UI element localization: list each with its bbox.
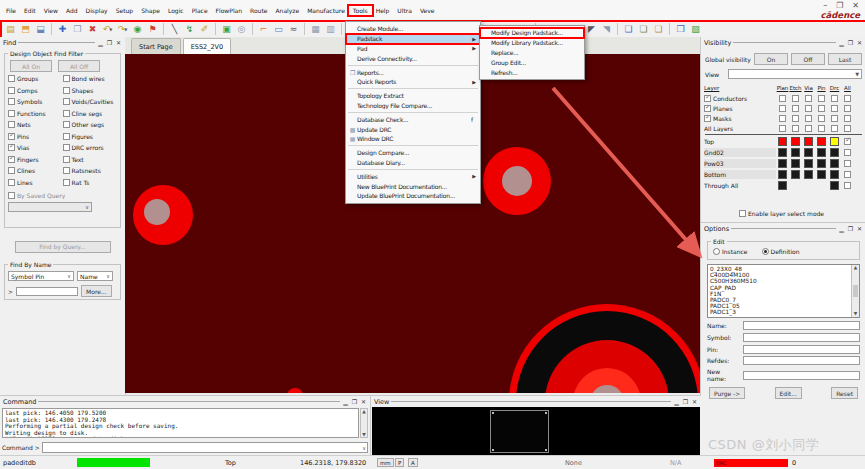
layer-row-bottom[interactable]: Bottom (701, 169, 865, 180)
maximize-button[interactable]: ❐ (836, 1, 843, 10)
checkbox[interactable] (63, 179, 70, 186)
checkbox[interactable] (63, 144, 70, 151)
filter-functions[interactable]: Functions (8, 110, 63, 117)
panel-minimize-icon[interactable]: ▁ (838, 39, 845, 47)
edit-button[interactable]: Edit... (775, 387, 802, 399)
menu-logic[interactable]: Logic (164, 6, 188, 15)
purge-button[interactable]: Purge -> (709, 387, 745, 399)
filter-nets[interactable]: Nets (8, 121, 63, 128)
close-button[interactable]: ✕ (852, 1, 859, 10)
menu-item-create-module[interactable]: Create Module... (346, 24, 480, 34)
checkbox[interactable] (8, 98, 15, 105)
command-log[interactable]: last pick: 146.4050 179.5200last pick: 1… (2, 408, 359, 438)
checkbox[interactable] (8, 167, 15, 174)
checkbox[interactable] (818, 115, 825, 122)
filter-other-segs[interactable]: Other segs (63, 121, 118, 128)
layer-color-cell[interactable] (804, 159, 813, 168)
layer-color-cell[interactable] (817, 137, 826, 146)
panel-minimize-icon[interactable]: ▁ (97, 39, 104, 47)
menu-add[interactable]: Add (62, 6, 82, 15)
checkbox[interactable] (818, 105, 825, 112)
xsection-icon[interactable]: ▥ (323, 23, 338, 36)
layer-row-top[interactable]: Top (701, 136, 865, 147)
menu-item-topology-extract[interactable]: Topology Extract (346, 91, 480, 101)
layer-row-gnd02[interactable]: Gnd02 (701, 147, 865, 158)
panel-float-icon[interactable]: ❐ (106, 39, 113, 47)
field-input-pin[interactable] (743, 345, 860, 354)
checkbox[interactable] (844, 115, 851, 122)
menu-place[interactable]: Place (188, 6, 212, 15)
group-select-icon[interactable]: ▭ (271, 23, 286, 36)
filter-vias[interactable]: Vias (8, 144, 63, 151)
shape-add-icon[interactable]: ▣ (219, 23, 234, 36)
checkbox[interactable] (63, 75, 70, 82)
scroll-down-icon[interactable]: ▼ (362, 432, 365, 437)
menu-file[interactable]: File (2, 6, 20, 15)
tune-icon[interactable]: ≈ (286, 23, 301, 36)
panel-close-icon[interactable]: ✕ (360, 398, 367, 406)
menu-item-utilities[interactable]: Utilities▶ (346, 171, 480, 181)
panel-minimize-icon[interactable]: ▁ (838, 225, 845, 233)
menu-flowplan[interactable]: FlowPlan (212, 6, 246, 15)
panel-close-icon[interactable]: ✕ (691, 398, 698, 406)
move-icon[interactable]: ✚ (55, 23, 70, 36)
a-button[interactable]: A (408, 458, 418, 467)
menu-item-database-diary[interactable]: Database Diary... (346, 158, 480, 168)
checkbox[interactable] (63, 156, 70, 163)
layer-color-cell[interactable] (791, 170, 800, 179)
menu-item-update-blueprint-documentation[interactable]: Update BluePrint Documentation... (346, 191, 480, 201)
menu-item-modify-library-padstack[interactable]: Modify Library Padstack... (480, 38, 584, 48)
panel-float-icon[interactable]: ❐ (351, 398, 358, 406)
checkbox[interactable] (63, 110, 70, 117)
route-icon[interactable]: ⌐ (256, 23, 271, 36)
checkbox[interactable] (844, 105, 851, 112)
layer-color-cell[interactable] (817, 170, 826, 179)
filter-symbols[interactable]: Symbols (8, 98, 63, 105)
menu-tools[interactable]: Tools (349, 6, 372, 15)
slide-icon[interactable]: ✐ (197, 23, 212, 36)
menu-help[interactable]: Help (372, 6, 394, 15)
add-connect-icon[interactable]: ↯ (182, 23, 197, 36)
checkbox[interactable] (8, 156, 15, 163)
checkbox[interactable] (831, 95, 838, 102)
layer-color-cell[interactable] (804, 137, 813, 146)
checkbox[interactable] (63, 98, 70, 105)
panel-float-icon[interactable]: ❐ (847, 225, 854, 233)
menu-item-technology-file-compare[interactable]: Technology File Compare... (346, 101, 480, 111)
checkbox[interactable] (8, 144, 15, 151)
menu-item-update-drc[interactable]: ▩Update DRC (346, 124, 480, 134)
menu-item-new-blueprint-documentation[interactable]: New BluePrint Documentation... (346, 181, 480, 191)
layer-color-cell[interactable] (817, 159, 826, 168)
checkbox[interactable] (779, 125, 786, 132)
filter-ratsnests[interactable]: Ratsnests (63, 167, 118, 174)
field-input-new-name[interactable] (743, 371, 860, 380)
scroll-down-icon[interactable]: ▼ (854, 311, 857, 317)
scroll-thumb[interactable] (853, 285, 858, 297)
grid-icon[interactable]: ▦ (308, 23, 323, 36)
filter-rat-ts[interactable]: Rat Ts (63, 179, 118, 186)
layer-color-cell[interactable] (830, 159, 839, 168)
field-input-symbol[interactable] (743, 333, 860, 342)
checkbox[interactable] (8, 75, 15, 82)
report-book-icon[interactable]: ❏ (621, 23, 636, 36)
menu-setup[interactable]: Setup (112, 6, 137, 15)
new-file-icon[interactable]: ▤ (3, 23, 18, 36)
layer-color-cell[interactable] (830, 181, 839, 190)
script-book-icon[interactable]: ❏ (651, 23, 666, 36)
checkbox[interactable] (792, 95, 799, 102)
units-button[interactable]: mm (377, 458, 394, 467)
global-last-button[interactable]: Last (828, 53, 862, 65)
checkbox[interactable] (704, 105, 711, 112)
layer-color-cell[interactable] (830, 170, 839, 179)
pad-icon[interactable]: ◎ (234, 23, 249, 36)
checkbox[interactable] (63, 133, 70, 140)
tab-ess2-2v0[interactable]: ESS2_2V0 (183, 38, 231, 54)
panel-minimize-icon[interactable]: ▁ (342, 398, 349, 406)
panel-float-icon[interactable]: ❐ (847, 39, 854, 47)
checkbox[interactable] (63, 167, 70, 174)
menu-item-database-check[interactable]: Database Check...f (346, 114, 480, 124)
open-folder-icon[interactable]: ⬒ (18, 23, 33, 36)
instance-radio[interactable]: Instance (713, 248, 748, 255)
filter-groups[interactable]: Groups (8, 75, 63, 82)
checkbox[interactable] (805, 115, 812, 122)
